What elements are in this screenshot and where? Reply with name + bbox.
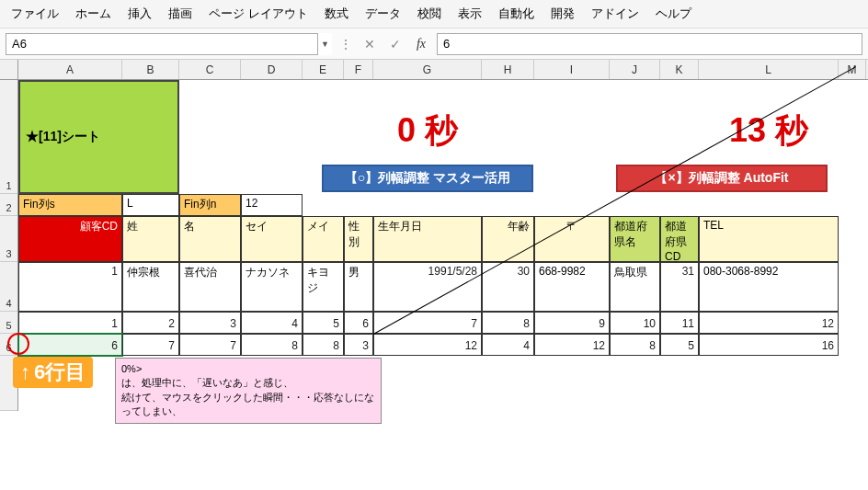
cell-J4[interactable]: 鳥取県 xyxy=(610,262,660,312)
cell-hdr-dob[interactable]: 生年月日 xyxy=(373,216,482,262)
cell-E6[interactable]: 8 xyxy=(303,334,344,356)
row6-tag: ↑ 6行目 xyxy=(13,357,93,388)
cell-K4[interactable]: 31 xyxy=(660,262,699,312)
cell-hdr-seik[interactable]: セイ xyxy=(241,216,303,262)
formula-input[interactable] xyxy=(437,33,862,55)
col-M[interactable]: M xyxy=(839,60,866,79)
cell-D6[interactable]: 8 xyxy=(241,334,303,356)
label-zero-sec: 0 秒 xyxy=(373,98,482,163)
menu-home[interactable]: ホーム xyxy=(75,6,111,22)
menu-automate[interactable]: 自動化 xyxy=(498,6,534,22)
col-L[interactable]: L xyxy=(699,60,839,79)
cell-A4[interactable]: 1 xyxy=(18,262,122,312)
cell-I5[interactable]: 9 xyxy=(534,312,610,334)
cell-K5[interactable]: 11 xyxy=(660,312,699,334)
col-F[interactable]: F xyxy=(344,60,373,79)
col-G[interactable]: G xyxy=(373,60,482,79)
button-colwidth-autofit[interactable]: 【×】列幅調整 AutoFit xyxy=(616,165,828,192)
select-all-corner[interactable] xyxy=(0,60,18,79)
row-2[interactable]: 2 xyxy=(0,194,17,216)
cell-B5[interactable]: 2 xyxy=(122,312,179,334)
cell-B4[interactable]: 仲宗根 xyxy=(122,262,179,312)
label-thirteen-sec: 13 秒 xyxy=(699,98,839,163)
menu-formulas[interactable]: 数式 xyxy=(325,6,348,22)
row-5[interactable]: 5 xyxy=(0,312,17,334)
cell-hdr-sei[interactable]: 姓 xyxy=(122,216,179,262)
cell-F4[interactable]: 男 xyxy=(344,262,373,312)
menu-insert[interactable]: 挿入 xyxy=(128,6,152,22)
cell-I6[interactable]: 12 xyxy=(534,334,610,356)
col-H[interactable]: H xyxy=(482,60,534,79)
cell-F5[interactable]: 6 xyxy=(344,312,373,334)
cell-L5[interactable]: 12 xyxy=(699,312,839,334)
cell-G6[interactable]: 12 xyxy=(373,334,482,356)
column-headers: A B C D E F G H I J K L M xyxy=(0,60,868,80)
button-colwidth-master[interactable]: 【○】列幅調整 マスター活用 xyxy=(322,165,533,192)
cell-H5[interactable]: 8 xyxy=(482,312,534,334)
cell-K6[interactable]: 5 xyxy=(660,334,699,356)
col-I[interactable]: I xyxy=(534,60,610,79)
cell-hdr-sex[interactable]: 性別 xyxy=(344,216,373,262)
cell-A2[interactable]: Fin列s xyxy=(18,194,122,216)
cell-E5[interactable]: 5 xyxy=(303,312,344,334)
cell-H6[interactable]: 4 xyxy=(482,334,534,356)
col-C[interactable]: C xyxy=(179,60,241,79)
col-J[interactable]: J xyxy=(610,60,660,79)
row-1[interactable]: 1 xyxy=(0,80,17,194)
cell-hdr-age[interactable]: 年齢 xyxy=(482,216,534,262)
namebox-dropdown-icon[interactable]: ▼ xyxy=(317,33,332,55)
menu-file[interactable]: ファイル xyxy=(11,6,59,22)
cell-A6[interactable]: 6 xyxy=(18,334,122,356)
cell-J6[interactable]: 8 xyxy=(610,334,660,356)
cell-hdr-custcd[interactable]: 顧客CD xyxy=(18,216,122,262)
cell-hdr-mei[interactable]: 名 xyxy=(179,216,241,262)
menu-developer[interactable]: 開発 xyxy=(551,6,575,22)
cell-hdr-zip[interactable]: 〒 xyxy=(534,216,610,262)
cell-G4[interactable]: 1991/5/28 xyxy=(373,262,482,312)
col-B[interactable]: B xyxy=(122,60,179,79)
cell-C6[interactable]: 7 xyxy=(179,334,241,356)
cell-B2[interactable]: L xyxy=(122,194,179,216)
menu-addins[interactable]: アドイン xyxy=(591,6,639,22)
menu-data[interactable]: データ xyxy=(365,6,401,22)
cancel-icon[interactable]: ✕ xyxy=(360,34,380,54)
enter-icon[interactable]: ✓ xyxy=(385,34,405,54)
cell-H4[interactable]: 30 xyxy=(482,262,534,312)
row-3[interactable]: 3 xyxy=(0,216,17,262)
cell-L4[interactable]: 080-3068-8992 xyxy=(699,262,839,312)
row-6[interactable]: 6 xyxy=(0,334,17,356)
menu-pagelayout[interactable]: ページ レイアウト xyxy=(209,6,308,22)
cell-E4[interactable]: キヨジ xyxy=(303,262,344,312)
cell-hdr-meik[interactable]: メイ xyxy=(303,216,344,262)
row-4[interactable]: 4 xyxy=(0,262,17,312)
cell-B6[interactable]: 7 xyxy=(122,334,179,356)
col-A[interactable]: A xyxy=(18,60,122,79)
col-D[interactable]: D xyxy=(241,60,303,79)
cell-A5[interactable]: 1 xyxy=(18,312,122,334)
cells-area[interactable]: ★[11]シート 0 秒 13 秒 【○】列幅調整 マスター活用 【×】列幅調整… xyxy=(18,80,868,411)
cell-hdr-tel[interactable]: TEL xyxy=(699,216,839,262)
cell-C4[interactable]: 喜代治 xyxy=(179,262,241,312)
menu-help[interactable]: ヘルプ xyxy=(656,6,691,22)
cell-A1-title[interactable]: ★[11]シート xyxy=(18,80,179,194)
cell-G5[interactable]: 7 xyxy=(373,312,482,334)
cell-D5[interactable]: 4 xyxy=(241,312,303,334)
name-box[interactable] xyxy=(6,33,327,55)
menu-review[interactable]: 校閲 xyxy=(417,6,441,22)
col-E[interactable]: E xyxy=(303,60,344,79)
cell-hdr-prefcd[interactable]: 都道府県CD xyxy=(660,216,699,262)
cell-D4[interactable]: ナカソネ xyxy=(241,262,303,312)
cell-C5[interactable]: 3 xyxy=(179,312,241,334)
fx-icon[interactable]: fx xyxy=(411,34,431,54)
cell-I4[interactable]: 668-9982 xyxy=(534,262,610,312)
cell-L6[interactable]: 16 xyxy=(699,334,839,356)
cell-D2[interactable]: 12 xyxy=(241,194,303,216)
cell-C2[interactable]: Fin列n xyxy=(179,194,241,216)
menu-view[interactable]: 表示 xyxy=(458,6,482,22)
menu-draw[interactable]: 描画 xyxy=(168,6,192,22)
row6-tag-label: 6行目 xyxy=(34,359,86,386)
col-K[interactable]: K xyxy=(660,60,699,79)
cell-F6[interactable]: 3 xyxy=(344,334,373,356)
cell-J5[interactable]: 10 xyxy=(610,312,660,334)
cell-hdr-pref[interactable]: 都道府県名 xyxy=(610,216,660,262)
